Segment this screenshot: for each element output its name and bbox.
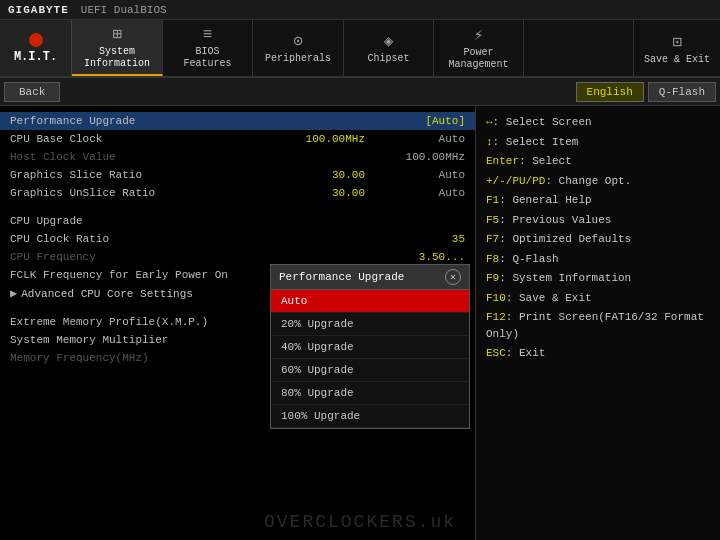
popup-option-auto[interactable]: Auto: [271, 290, 469, 313]
menu-row-cpu-upgrade[interactable]: CPU Upgrade: [0, 212, 475, 230]
mit-dot: [29, 33, 43, 47]
nav-icon-peripherals: ⊙: [293, 31, 303, 51]
row-value-cpu-freq: 3.50...: [385, 251, 465, 263]
nav-label-bios-features: BIOSFeatures: [184, 46, 232, 70]
row-label-cpu-upgrade: CPU Upgrade: [10, 215, 465, 227]
menu-row-gfx-slice[interactable]: Graphics Slice Ratio30.00Auto: [0, 166, 475, 184]
mit-label: M.I.T.: [14, 50, 57, 64]
row-label-cpu-freq: CPU Frequency: [10, 251, 385, 263]
row-value2-host-clock: 100.00MHz: [385, 151, 465, 163]
nav-item-peripherals[interactable]: ⊙ Peripherals: [253, 20, 344, 76]
sub-nav: Back English Q-Flash: [0, 78, 720, 106]
nav-label-chipset: Chipset: [368, 53, 410, 65]
menu-row-gfx-unslice[interactable]: Graphics UnSlice Ratio30.00Auto: [0, 184, 475, 202]
row-value-cpu-clock-ratio: 35: [385, 233, 465, 245]
qflash-button[interactable]: Q-Flash: [648, 82, 716, 102]
brand-uefi: UEFI DualBIOS: [81, 4, 167, 16]
right-panel: ↔: Select Screen↕: Select ItemEnter: Sel…: [475, 106, 720, 540]
help-line: ESC: Exit: [486, 345, 710, 362]
nav-item-system-information[interactable]: ⊞ SystemInformation: [72, 20, 163, 76]
row-value-gfx-unslice: 30.00: [285, 187, 365, 199]
row-label-cpu-base-clock: CPU Base Clock: [10, 133, 285, 145]
popup-option-100pct[interactable]: 100% Upgrade: [271, 405, 469, 428]
row-value2-gfx-unslice: Auto: [385, 187, 465, 199]
mit-tab[interactable]: M.I.T.: [0, 20, 72, 76]
nav-icon-power-management: ⚡: [474, 25, 484, 45]
nav-label-power-management: PowerManagement: [449, 47, 509, 71]
popup-option-60pct[interactable]: 60% Upgrade: [271, 359, 469, 382]
row-value-cpu-base-clock: 100.00MHz: [285, 133, 365, 145]
row-label-gfx-slice: Graphics Slice Ratio: [10, 169, 285, 181]
menu-row-perf-upgrade[interactable]: Performance Upgrade[Auto]: [0, 112, 475, 130]
brand-gigabyte: GIGABYTE: [8, 4, 69, 16]
row-label-cpu-clock-ratio: CPU Clock Ratio: [10, 233, 385, 245]
popup-option-40pct[interactable]: 40% Upgrade: [271, 336, 469, 359]
help-line: F12: Print Screen(FAT16/32 Format Only): [486, 309, 710, 342]
save-exit-label: Save & Exit: [644, 54, 710, 65]
save-exit-tab[interactable]: ⊡ Save & Exit: [633, 20, 720, 76]
help-line: +/-/PU/PD: Change Opt.: [486, 173, 710, 190]
nav-item-power-management[interactable]: ⚡ PowerManagement: [434, 20, 524, 76]
popup-option-80pct[interactable]: 80% Upgrade: [271, 382, 469, 405]
back-button[interactable]: Back: [4, 82, 60, 102]
save-exit-icon: ⊡: [672, 32, 682, 52]
menu-row-cpu-base-clock[interactable]: CPU Base Clock100.00MHzAuto: [0, 130, 475, 148]
performance-upgrade-popup: Performance Upgrade ✕ Auto20% Upgrade40%…: [270, 264, 470, 429]
menu-spacer: [0, 202, 475, 212]
nav-icon-system-information: ⊞: [112, 24, 122, 44]
nav-label-system-information: SystemInformation: [84, 46, 150, 70]
top-bar: GIGABYTE UEFI DualBIOS: [0, 0, 720, 20]
nav-item-bios-features[interactable]: ≡ BIOSFeatures: [163, 20, 253, 76]
help-line: F5: Previous Values: [486, 212, 710, 229]
row-value2-gfx-slice: Auto: [385, 169, 465, 181]
popup-option-20pct[interactable]: 20% Upgrade: [271, 313, 469, 336]
row-value2-cpu-base-clock: Auto: [385, 133, 465, 145]
help-line: F9: System Information: [486, 270, 710, 287]
help-line: F10: Save & Exit: [486, 290, 710, 307]
nav-icon-chipset: ◈: [384, 31, 394, 51]
menu-row-cpu-clock-ratio[interactable]: CPU Clock Ratio35: [0, 230, 475, 248]
arrow-icon: ▶: [10, 286, 17, 301]
help-line: ↕: Select Item: [486, 134, 710, 151]
popup-options: Auto20% Upgrade40% Upgrade60% Upgrade80%…: [271, 290, 469, 428]
help-line: F7: Optimized Defaults: [486, 231, 710, 248]
popup-close-button[interactable]: ✕: [445, 269, 461, 285]
menu-row-host-clock: Host Clock Value100.00MHz: [0, 148, 475, 166]
nav-icon-bios-features: ≡: [203, 26, 213, 44]
row-label-perf-upgrade: Performance Upgrade: [10, 115, 385, 127]
row-value-perf-upgrade: [Auto]: [385, 115, 465, 127]
nav-bar: M.I.T. ⊞ SystemInformation ≡ BIOSFeature…: [0, 20, 720, 78]
popup-title: Performance Upgrade: [279, 271, 404, 283]
nav-items-container: ⊞ SystemInformation ≡ BIOSFeatures ⊙ Per…: [72, 20, 524, 76]
nav-label-peripherals: Peripherals: [265, 53, 331, 65]
help-line: F8: Q-Flash: [486, 251, 710, 268]
help-line: Enter: Select: [486, 153, 710, 170]
row-value-gfx-slice: 30.00: [285, 169, 365, 181]
help-lines-container: ↔: Select Screen↕: Select ItemEnter: Sel…: [486, 114, 710, 362]
row-label-gfx-unslice: Graphics UnSlice Ratio: [10, 187, 285, 199]
nav-item-chipset[interactable]: ◈ Chipset: [344, 20, 434, 76]
main-content: Performance Upgrade[Auto]CPU Base Clock1…: [0, 106, 720, 540]
help-line: F1: General Help: [486, 192, 710, 209]
help-line: ↔: Select Screen: [486, 114, 710, 131]
popup-header: Performance Upgrade ✕: [271, 265, 469, 290]
language-button[interactable]: English: [576, 82, 644, 102]
row-label-host-clock: Host Clock Value: [10, 151, 365, 163]
